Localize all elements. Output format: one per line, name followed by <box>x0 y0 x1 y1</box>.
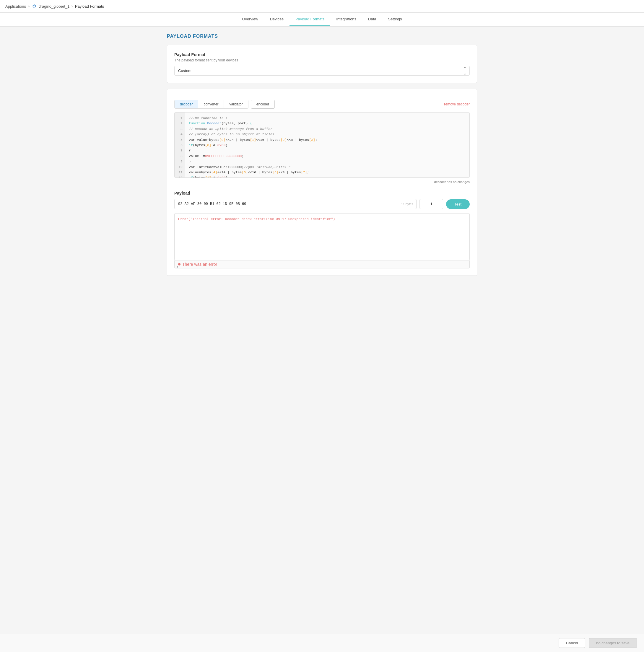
tab-validator[interactable]: validator <box>224 100 248 108</box>
payload-text-wrapper[interactable]: 11 bytes <box>174 199 417 209</box>
code-editor[interactable]: 1234 5678 9101112 //The function is : fu… <box>175 112 469 178</box>
output-area: Error("Internal error: Decoder threw err… <box>174 213 470 261</box>
top-nav: Overview Devices Payload Formats Integra… <box>0 13 644 27</box>
payload-port-input[interactable] <box>420 199 443 209</box>
breadcrumb-sep-2: > <box>71 4 73 8</box>
payload-input-row: 11 bytes Test <box>174 199 470 209</box>
sub-tabs-row: decoder converter validator encoder remo… <box>174 100 470 109</box>
test-button[interactable]: Test <box>446 199 470 209</box>
tab-overview[interactable]: Overview <box>236 13 264 26</box>
main-content: PAYLOAD FORMATS Payload Format The paylo… <box>161 27 483 305</box>
payload-format-select-wrapper[interactable]: Custom Cayenne LPP LoRaWAN None ⌃⌄ <box>174 66 470 76</box>
tab-decoder[interactable]: decoder <box>175 100 198 108</box>
scroll-left-icon[interactable]: ◄ <box>176 265 179 268</box>
breadcrumb-device[interactable]: dragino_giobert_1 <box>39 4 70 8</box>
decoder-card: decoder converter validator encoder remo… <box>167 89 477 276</box>
code-editor-wrapper[interactable]: 1234 5678 9101112 //The function is : fu… <box>174 112 470 178</box>
remove-decoder-link[interactable]: remove decoder <box>444 102 470 106</box>
tab-devices[interactable]: Devices <box>264 13 290 26</box>
breadcrumb-applications[interactable]: Applications <box>5 4 26 8</box>
error-output: Error("Internal error: Decoder threw err… <box>178 217 335 221</box>
payload-format-desc: The payload format sent by your devices <box>174 58 470 62</box>
breadcrumb: Applications > dragino_giobert_1 > Paylo… <box>0 0 644 13</box>
payload-format-card: Payload Format The payload format sent b… <box>167 45 477 83</box>
breadcrumb-sep-1: > <box>28 4 30 8</box>
tab-settings[interactable]: Settings <box>382 13 408 26</box>
tab-payload-formats[interactable]: Payload Formats <box>290 13 330 26</box>
code-content[interactable]: //The function is : function Decoder(byt… <box>185 112 469 178</box>
tab-encoder[interactable]: encoder <box>251 100 275 109</box>
tab-data[interactable]: Data <box>362 13 382 26</box>
line-numbers: 1234 5678 9101112 <box>175 112 185 178</box>
payload-label: Payload <box>174 191 470 195</box>
page-title: PAYLOAD FORMATS <box>167 34 477 39</box>
tab-converter[interactable]: converter <box>198 100 224 108</box>
payload-format-label: Payload Format <box>174 52 470 57</box>
status-text: There was an error <box>182 262 217 267</box>
no-changes-badge: decoder has no changes <box>174 180 470 184</box>
breadcrumb-current: Payload Formats <box>75 4 104 8</box>
tab-integrations[interactable]: Integrations <box>330 13 362 26</box>
app-icon <box>32 3 37 9</box>
payload-bytes-badge: 11 bytes <box>401 202 413 206</box>
payload-input[interactable] <box>175 199 416 209</box>
status-bar: There was an error <box>178 262 217 267</box>
payload-format-select[interactable]: Custom Cayenne LPP LoRaWAN None <box>174 66 470 76</box>
sub-tabs: decoder converter validator <box>174 100 248 109</box>
